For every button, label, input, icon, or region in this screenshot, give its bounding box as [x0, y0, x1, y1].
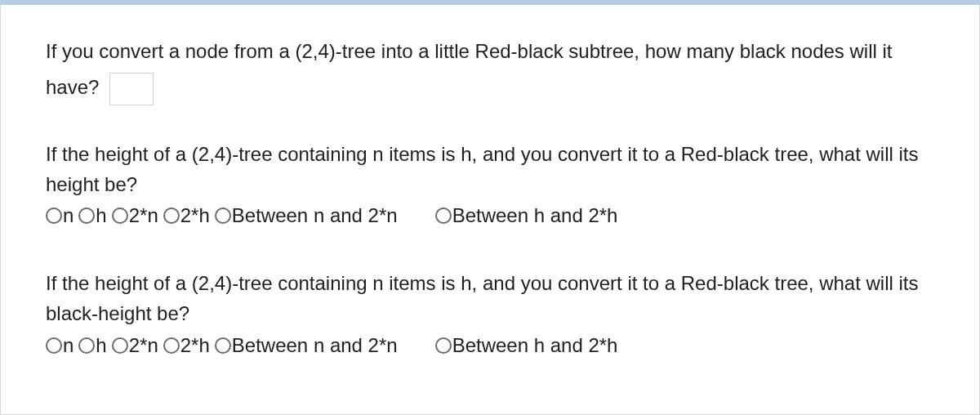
q2-option-2n[interactable]: 2*n — [112, 204, 158, 227]
question-1-text: If you convert a node from a (2,4)-tree … — [46, 40, 893, 98]
radio-icon — [112, 208, 128, 224]
question-3: If the height of a (2,4)-tree containing… — [46, 268, 934, 356]
option-label: Between n and 2*n — [232, 204, 398, 227]
q2-option-between-h-2h[interactable]: Between h and 2*h — [435, 204, 618, 227]
option-label: 2*h — [180, 204, 210, 227]
question-3-text: If the height of a (2,4)-tree containing… — [46, 268, 934, 328]
radio-icon — [46, 208, 62, 224]
question-1-input[interactable] — [109, 73, 154, 105]
q2-option-between-n-2n[interactable]: Between n and 2*n — [215, 204, 398, 227]
option-label: n — [63, 204, 74, 227]
radio-icon — [435, 337, 452, 354]
radio-icon — [163, 337, 180, 354]
q3-option-n[interactable]: n — [46, 334, 74, 357]
radio-icon — [78, 337, 95, 354]
option-label: Between h and 2*h — [452, 204, 618, 227]
radio-icon — [435, 208, 452, 224]
option-label: 2*n — [129, 334, 158, 357]
q3-option-between-h-2h[interactable]: Between h and 2*h — [435, 334, 618, 357]
radio-icon — [163, 208, 180, 224]
option-label: Between n and 2*n — [232, 334, 398, 357]
q3-option-between-n-2n[interactable]: Between n and 2*n — [215, 334, 398, 357]
question-3-options: n h 2*n 2*h Between n and 2*n Between h … — [46, 334, 934, 357]
q2-option-2h[interactable]: 2*h — [163, 204, 210, 227]
radio-icon — [46, 337, 62, 354]
option-label: Between h and 2*h — [452, 334, 618, 357]
radio-icon — [215, 208, 231, 224]
option-label: n — [63, 334, 74, 357]
q3-option-2h[interactable]: 2*h — [163, 334, 210, 357]
question-2-text: If the height of a (2,4)-tree containing… — [46, 139, 934, 199]
q3-option-2n[interactable]: 2*n — [112, 334, 158, 357]
option-label: h — [96, 334, 106, 357]
option-label: 2*h — [180, 334, 210, 357]
radio-icon — [215, 337, 231, 354]
q2-option-n[interactable]: n — [46, 204, 74, 227]
question-1: If you convert a node from a (2,4)-tree … — [46, 33, 934, 106]
question-2-options: n h 2*n 2*h Between n and 2*n Between h … — [46, 204, 934, 227]
q3-option-h[interactable]: h — [78, 334, 106, 357]
radio-icon — [78, 208, 95, 224]
radio-icon — [112, 337, 128, 354]
question-2: If the height of a (2,4)-tree containing… — [46, 139, 934, 227]
option-label: h — [96, 204, 106, 227]
quiz-container: If you convert a node from a (2,4)-tree … — [0, 5, 980, 415]
option-label: 2*n — [129, 204, 158, 227]
q2-option-h[interactable]: h — [78, 204, 106, 227]
